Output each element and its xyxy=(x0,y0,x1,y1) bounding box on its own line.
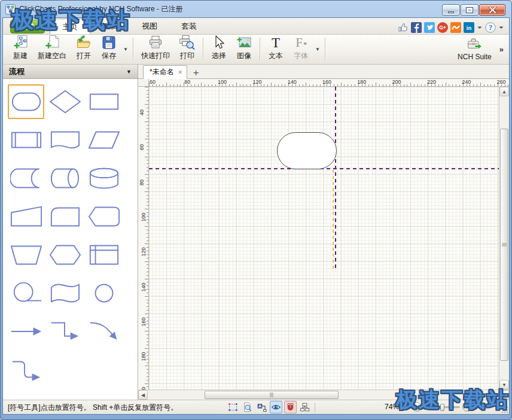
ruler-tick xyxy=(215,84,216,87)
auto-connect-icon[interactable]: A xyxy=(255,401,268,413)
ruler-tick xyxy=(337,84,338,87)
ribbon-tab-套装[interactable]: 套装 xyxy=(169,19,209,34)
ruler-tick xyxy=(145,174,148,175)
close-button[interactable] xyxy=(479,4,505,16)
zoom-slider-thumb[interactable] xyxy=(440,404,444,411)
ruler-tick xyxy=(456,84,456,87)
shape-swatch-arrow-curve[interactable] xyxy=(86,314,122,349)
chevron-down-icon: ▼ xyxy=(313,35,322,63)
ribbon-tab-视图[interactable]: 视图 xyxy=(130,19,169,34)
ruler-tick xyxy=(407,84,407,87)
shape-swatch-data[interactable] xyxy=(86,123,122,157)
shape-swatch-stored-data[interactable] xyxy=(8,161,44,196)
shape-swatch-process[interactable] xyxy=(86,84,122,119)
linkedin-icon[interactable]: in xyxy=(464,22,474,33)
vertical-scrollbar[interactable]: ▲ ▼ xyxy=(499,87,509,389)
dropdown-icon[interactable] xyxy=(498,22,504,33)
ruler-corner xyxy=(138,79,149,87)
ruler-tick xyxy=(147,268,149,269)
image-button[interactable]: 图像 xyxy=(231,35,257,63)
shape-swatch-connector[interactable] xyxy=(86,276,122,311)
font-label: 字体 xyxy=(294,51,308,61)
shape-swatch-paper-tape[interactable] xyxy=(47,276,83,311)
shape-swatch-preparation[interactable] xyxy=(47,238,83,272)
zoom-out-button[interactable]: – xyxy=(412,402,422,412)
zoom-in-button[interactable]: + xyxy=(462,402,472,412)
nch-suite-button[interactable]: NCH Suite xyxy=(453,35,496,63)
scroll-left-arrow[interactable]: ◀ xyxy=(138,390,148,400)
tab-close-icon[interactable]: × xyxy=(178,69,182,76)
file-menu-button[interactable]: 文件 xyxy=(10,20,45,34)
svg-text:?: ? xyxy=(489,24,492,31)
twitter-icon[interactable] xyxy=(424,22,435,33)
shape-swatch-terminator[interactable] xyxy=(8,84,44,119)
open-button[interactable]: 打开 xyxy=(71,35,96,63)
zoom-page-icon[interactable] xyxy=(241,401,254,413)
shape-swatch-direct-access-storage[interactable] xyxy=(47,161,83,196)
dropdown-icon[interactable] xyxy=(477,22,483,33)
new-button[interactable]: 新建 xyxy=(8,35,33,63)
titlebar: ClickCharts Professional by NCH Software… xyxy=(1,1,511,17)
text-button[interactable]: T文本 xyxy=(263,35,288,63)
new-blank-button[interactable]: 新建空白 xyxy=(33,35,71,63)
drawing-canvas[interactable] xyxy=(149,87,499,389)
shape-swatch-database[interactable] xyxy=(86,161,122,196)
maximize-button[interactable] xyxy=(461,4,479,16)
zoom-slider[interactable] xyxy=(424,406,460,408)
ruler-tick xyxy=(145,191,148,192)
zoom-dropdown-icon[interactable]: ▲ xyxy=(403,404,407,409)
quick-print-button[interactable]: 快速打印 xyxy=(136,35,175,63)
visibility-eye-icon[interactable] xyxy=(270,401,282,413)
shape-swatch-predefined-process[interactable] xyxy=(8,123,44,157)
zoom-level[interactable]: 74% xyxy=(373,403,399,411)
shape-swatch-decision[interactable] xyxy=(47,84,83,119)
ribbon-toolbar: 新建新建空白打开保存▼快速打印打印选择图像T文本F字体▼NCH Suite» xyxy=(3,35,509,65)
layout-grid-icon[interactable] xyxy=(298,401,311,413)
save-button[interactable]: 保存 xyxy=(96,35,121,63)
googleplus-icon[interactable]: G+ xyxy=(437,22,448,33)
shape-swatch-manual-input[interactable] xyxy=(8,199,44,234)
ribbon-tab-编辑[interactable]: 编辑 xyxy=(90,19,130,34)
ruler-tick xyxy=(147,163,149,164)
snap-magnet-icon[interactable] xyxy=(284,401,297,413)
shape-swatch-arrow-elbow[interactable] xyxy=(47,314,83,349)
terminator-shape[interactable] xyxy=(277,132,337,169)
toolbar-overflow-button[interactable]: » xyxy=(498,45,505,54)
shape-swatch-internal-storage[interactable] xyxy=(86,238,122,272)
internal-storage-shape-icon xyxy=(88,242,120,268)
shape-swatch-card[interactable] xyxy=(47,199,83,234)
nch-icon[interactable] xyxy=(450,22,461,33)
horizontal-scrollbar[interactable]: ◀ ▶ xyxy=(138,389,509,400)
select-button[interactable]: 选择 xyxy=(206,35,231,63)
ruler-tick xyxy=(147,199,149,199)
shape-swatch-manual-operation[interactable] xyxy=(8,238,44,272)
quick-print-icon xyxy=(148,35,163,50)
toolbar-group-0: 新建新建空白打开保存▼ xyxy=(8,35,130,63)
horizontal-scroll-thumb[interactable] xyxy=(205,391,339,399)
marquee-select-icon[interactable] xyxy=(227,401,239,413)
minimize-button[interactable] xyxy=(442,4,460,16)
scroll-up-arrow[interactable]: ▲ xyxy=(499,87,509,96)
shape-swatch-magnetic-tape[interactable] xyxy=(8,276,44,311)
shape-swatch-arrow-s[interactable] xyxy=(8,352,44,387)
document-tab[interactable]: *未命名 × xyxy=(143,65,187,79)
ruler-label: 180 xyxy=(357,79,366,85)
ribbon-tab-主页[interactable]: 主页 xyxy=(50,19,90,34)
resize-grip[interactable] xyxy=(501,406,508,413)
vertical-scroll-thumb[interactable] xyxy=(500,129,508,361)
scroll-down-arrow[interactable]: ▼ xyxy=(499,380,509,389)
shapes-category-header[interactable]: 流程 ▼ xyxy=(3,65,138,79)
help-icon[interactable]: ? xyxy=(485,22,496,33)
ruler-tick xyxy=(480,83,481,86)
new-tab-button[interactable]: + xyxy=(193,68,199,78)
shape-swatch-document[interactable] xyxy=(47,123,83,157)
print-button[interactable]: 打印 xyxy=(175,35,200,63)
ruler-tick xyxy=(208,84,209,87)
chevron-down-icon[interactable]: ▼ xyxy=(121,35,130,63)
ruler-tick xyxy=(508,84,508,87)
shape-swatch-arrow-straight[interactable] xyxy=(8,314,44,349)
facebook-icon[interactable] xyxy=(411,22,422,33)
scroll-right-arrow[interactable]: ▶ xyxy=(499,390,509,400)
like-icon[interactable] xyxy=(398,22,409,33)
shape-swatch-display[interactable] xyxy=(86,199,122,234)
